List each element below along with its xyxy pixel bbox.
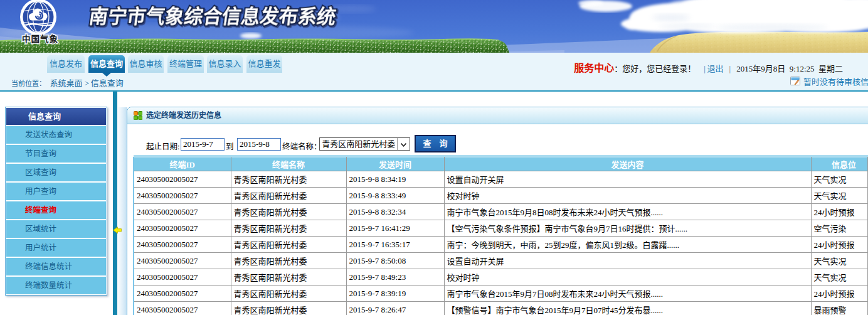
svg-text:南宁市气象综合信息发布系统: 南宁市气象综合信息发布系统 bbox=[88, 6, 337, 27]
svg-text:中国气象: 中国气象 bbox=[22, 34, 58, 44]
